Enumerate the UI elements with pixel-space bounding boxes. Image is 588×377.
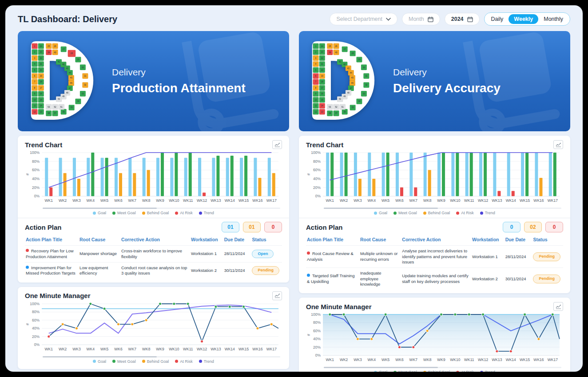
legend-item: At Risk — [175, 211, 193, 215]
workstation-cell: Workstation 1 — [471, 246, 505, 268]
legend-item: Trend — [480, 211, 495, 215]
pending-count-badge[interactable]: 02 — [524, 222, 542, 232]
svg-text:4: 4 — [315, 63, 317, 65]
calendar-icon — [467, 16, 473, 22]
svg-text:40: 40 — [54, 51, 56, 53]
svg-text:28: 28 — [352, 52, 354, 55]
col-corrective-action: Corrective Action — [120, 235, 190, 246]
svg-text:53: 53 — [48, 106, 50, 108]
svg-text:32: 32 — [365, 84, 368, 86]
chart-scrollbar[interactable] — [324, 367, 561, 368]
svg-text:3: 3 — [34, 57, 36, 59]
month-select-placeholder: Month — [409, 16, 424, 22]
svg-text:WK14: WK14 — [225, 198, 235, 203]
banner-text: Delivery Production Attainment — [112, 67, 246, 95]
col-root-cause: Root Cause — [359, 235, 401, 246]
svg-text:48: 48 — [347, 91, 350, 94]
omm-line-chart: 0%20%40%60%80%100%#WK1WK2WK3WK4WK5WK6WK7… — [306, 312, 563, 366]
svg-text:30: 30 — [82, 66, 84, 68]
svg-text:WK14: WK14 — [506, 198, 516, 203]
svg-text:44: 44 — [69, 71, 72, 74]
legend-item: Meet Goal — [393, 370, 417, 372]
svg-text:WK13: WK13 — [211, 347, 221, 351]
svg-text:WK9: WK9 — [156, 198, 164, 203]
svg-text:WK1: WK1 — [326, 198, 334, 203]
legend-item: Behind Goal — [423, 370, 450, 372]
toggle-weekly[interactable]: Weekly — [509, 14, 538, 24]
department-select[interactable]: Select Department — [330, 13, 397, 25]
svg-text:41: 41 — [339, 61, 342, 63]
chart-scrollbar[interactable] — [43, 208, 280, 209]
corrective-action-cell: Update training modules and certify staf… — [401, 268, 471, 290]
svg-text:60%: 60% — [32, 168, 40, 172]
open-count-badge[interactable]: 0 — [503, 222, 520, 232]
svg-text:24: 24 — [40, 45, 43, 47]
table-row: Targeted Staff Training & Upskilling Ina… — [306, 268, 563, 290]
svg-text:22: 22 — [40, 57, 43, 59]
expand-chart-button[interactable] — [272, 140, 282, 149]
expand-chart-button[interactable] — [272, 291, 282, 300]
expand-chart-button[interactable] — [553, 140, 563, 149]
svg-text:12: 12 — [314, 110, 317, 113]
svg-text:42: 42 — [343, 63, 346, 66]
action-plan-row-title: Improvement Plan for Missed Production T… — [26, 265, 75, 275]
open-count-badge[interactable]: 01 — [222, 222, 239, 232]
svg-text:WK17: WK17 — [266, 198, 277, 203]
svg-text:0%: 0% — [315, 194, 321, 198]
svg-text:23: 23 — [321, 51, 324, 53]
svg-text:WK4: WK4 — [368, 198, 376, 203]
svg-text:WK9: WK9 — [437, 357, 445, 362]
svg-text:39: 39 — [329, 51, 331, 53]
svg-text:27: 27 — [344, 48, 346, 50]
svg-text:WK13: WK13 — [492, 357, 502, 362]
svg-text:51: 51 — [60, 106, 63, 108]
svg-text:WK10: WK10 — [450, 198, 460, 203]
legend-item: At Risk — [175, 359, 193, 364]
svg-text:13: 13 — [321, 110, 324, 113]
svg-text:18: 18 — [40, 81, 43, 83]
svg-text:44: 44 — [350, 71, 353, 74]
toggle-monthly[interactable]: Monthly — [538, 14, 568, 24]
svg-text:53: 53 — [329, 106, 331, 108]
svg-text:47: 47 — [350, 87, 353, 89]
trend-chart-card: Trend Chart 0%20%40%60%80%100%#WK1WK2WK3… — [18, 136, 289, 283]
svg-text:49: 49 — [343, 95, 346, 98]
banner-subtitle: Delivery — [112, 67, 246, 78]
due-date-cell: 30/11/2024 — [505, 268, 532, 290]
svg-text:51: 51 — [342, 106, 344, 108]
svg-text:12: 12 — [33, 110, 36, 113]
chart-scrollbar[interactable] — [324, 208, 561, 209]
svg-text:WK13: WK13 — [211, 198, 221, 203]
svg-text:WK16: WK16 — [533, 357, 544, 362]
svg-text:45: 45 — [351, 77, 354, 79]
svg-text:WK11: WK11 — [464, 357, 474, 362]
svg-text:14: 14 — [321, 105, 324, 107]
omm-title: One Minute Manager — [25, 292, 91, 299]
svg-text:15: 15 — [321, 98, 324, 101]
svg-text:37: 37 — [54, 112, 56, 114]
svg-text:WK16: WK16 — [252, 198, 262, 203]
corrective-action-cell: Cross-train workforce to improve flexibi… — [120, 246, 190, 263]
legend-item: Trend — [199, 211, 214, 215]
svg-text:20%: 20% — [313, 345, 321, 350]
risk-count-badge[interactable]: 0 — [264, 222, 282, 232]
svg-text:WK7: WK7 — [409, 198, 418, 203]
mini-chart-icon — [556, 304, 561, 309]
pending-count-badge[interactable]: 01 — [243, 222, 261, 232]
chart-scrollbar[interactable] — [43, 356, 280, 357]
svg-text:WK7: WK7 — [128, 347, 137, 351]
svg-text:WK11: WK11 — [183, 347, 193, 351]
action-plan-row-title: Targeted Staff Training & Upskilling — [307, 273, 354, 283]
toggle-daily[interactable]: Daily — [486, 14, 509, 24]
expand-chart-button[interactable] — [553, 302, 563, 311]
svg-text:6: 6 — [34, 75, 36, 77]
svg-text:35: 35 — [352, 106, 354, 109]
month-select[interactable]: Month — [402, 13, 440, 25]
year-select[interactable]: 2024 — [445, 13, 480, 25]
risk-count-badge[interactable]: 0 — [545, 222, 563, 232]
svg-text:34: 34 — [77, 100, 79, 102]
root-cause-cell: Inadequate employee knowledge — [359, 268, 401, 290]
svg-text:20: 20 — [40, 69, 43, 71]
svg-text:WK15: WK15 — [520, 357, 530, 362]
svg-text:20: 20 — [321, 69, 324, 71]
